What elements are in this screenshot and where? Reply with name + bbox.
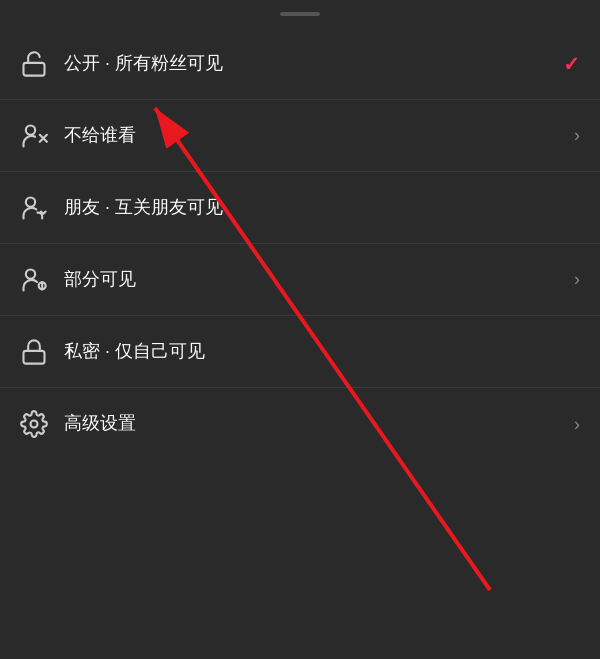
advanced-icon [20,410,64,438]
public-label: 公开 · 所有粉丝可见 [64,51,555,76]
menu-item-exclude[interactable]: 不给谁看› [0,100,600,172]
svg-point-4 [26,197,35,206]
public-icon [20,50,64,78]
svg-point-1 [26,125,35,134]
drag-handle-container [0,0,600,24]
menu-item-friends[interactable]: 朋友 · 互关朋友可见 [0,172,600,244]
menu-item-partial[interactable]: 部分可见› [0,244,600,316]
private-label: 私密 · 仅自己可见 [64,339,580,364]
advanced-label: 高级设置 [64,411,566,436]
exclude-label: 不给谁看 [64,123,566,148]
partial-icon [20,266,64,294]
svg-point-5 [26,269,35,278]
menu-item-private[interactable]: 私密 · 仅自己可见 [0,316,600,388]
partial-chevron: › [574,269,580,290]
svg-rect-8 [24,350,45,363]
menu-item-advanced[interactable]: 高级设置› [0,388,600,460]
drag-bar [280,12,320,16]
svg-rect-0 [24,62,45,75]
friends-icon [20,194,64,222]
public-check: ✓ [563,52,580,76]
exclude-chevron: › [574,125,580,146]
private-icon [20,338,64,366]
friends-label: 朋友 · 互关朋友可见 [64,195,580,220]
svg-point-9 [31,421,38,428]
advanced-chevron: › [574,414,580,435]
exclude-icon [20,122,64,150]
menu-item-public[interactable]: 公开 · 所有粉丝可见✓ [0,28,600,100]
partial-label: 部分可见 [64,267,566,292]
menu-list: 公开 · 所有粉丝可见✓不给谁看›朋友 · 互关朋友可见部分可见›私密 · 仅自… [0,28,600,460]
